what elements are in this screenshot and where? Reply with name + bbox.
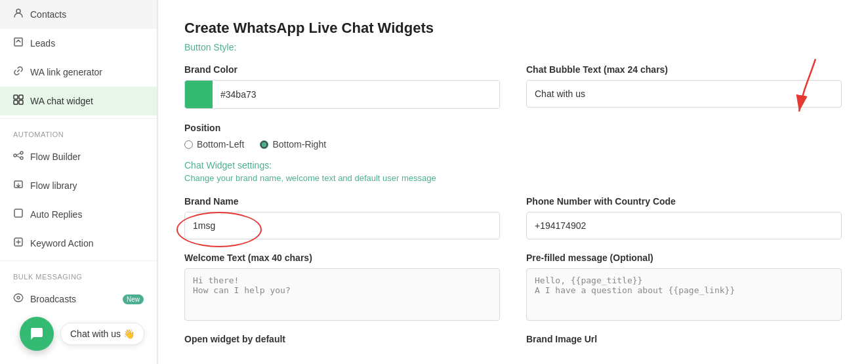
page-title: Create WhatsApp Live Chat Widgets	[184, 20, 842, 37]
brand-color-label: Brand Color	[184, 64, 500, 75]
sidebar-item-auto-replies[interactable]: Auto Replies	[0, 200, 157, 229]
chat-bubble-text-input[interactable]	[526, 80, 842, 108]
flow-builder-icon	[13, 150, 24, 163]
chat-bubble-text: Chat with us 👋	[70, 329, 134, 339]
keyword-action-icon	[13, 237, 24, 250]
prefilled-group: Pre-filled message (Optional) Hello, {{p…	[526, 253, 842, 321]
svg-rect-3	[19, 95, 23, 99]
contacts-icon	[13, 8, 24, 21]
sidebar-item-leads[interactable]: Leads	[0, 29, 157, 58]
svg-point-0	[16, 9, 20, 13]
svg-rect-10	[14, 209, 22, 217]
chat-bubble-widget[interactable]: Chat with us 👋	[60, 323, 144, 345]
color-swatch[interactable]	[185, 81, 213, 108]
widget-icon	[13, 94, 24, 108]
sidebar-item-keyword-action-label: Keyword Action	[30, 238, 94, 249]
brand-image-label: Brand Image Url	[526, 334, 842, 344]
prefilled-input[interactable]: Hello, {{page_title}} A I have a questio…	[526, 268, 842, 321]
flow-library-icon	[13, 179, 24, 192]
chat-widget: Chat with us 👋	[20, 317, 144, 351]
sidebar-item-auto-replies-label: Auto Replies	[30, 209, 82, 220]
radio-bottom-left[interactable]: Bottom-Left	[184, 139, 244, 150]
sidebar-item-contacts[interactable]: Contacts	[0, 0, 157, 29]
sidebar-item-leads-label: Leads	[30, 38, 55, 49]
svg-rect-2	[14, 95, 18, 99]
sidebar-item-flow-builder[interactable]: Flow Builder	[0, 142, 157, 171]
brand-name-input[interactable]	[184, 212, 500, 239]
row-brand-name: Brand Name Phone Number with Country Cod…	[184, 196, 842, 239]
prefilled-label: Pre-filled message (Optional)	[526, 253, 842, 263]
brand-color-input-wrapper[interactable]	[184, 80, 500, 109]
automation-section-label: AUTOMATION	[0, 121, 157, 142]
sidebar-item-keyword-action[interactable]: Keyword Action	[0, 229, 157, 258]
sidebar-item-wa-link[interactable]: WA link generator	[0, 58, 157, 87]
brand-color-text-input[interactable]	[213, 81, 499, 108]
radio-bottom-right-input[interactable]	[260, 140, 268, 149]
sidebar-item-broadcasts[interactable]: Broadcasts New	[0, 285, 157, 313]
row-welcome: Welcome Text (max 40 chars) Hi there! Ho…	[184, 253, 842, 321]
welcome-text-group: Welcome Text (max 40 chars) Hi there! Ho…	[184, 253, 500, 321]
widget-settings-sub: Change your brand name, welcome text and…	[184, 173, 842, 183]
button-style-label: Button Style:	[184, 42, 842, 52]
bulk-section-label: BULK MESSAGING	[0, 264, 157, 285]
svg-rect-5	[19, 100, 23, 104]
sidebar-item-flow-library[interactable]: Flow library	[0, 171, 157, 200]
phone-input[interactable]	[526, 212, 842, 239]
open-widget-group: Open widget by default	[184, 334, 500, 344]
radio-group: Bottom-Left Bottom-Right	[184, 139, 842, 150]
brand-name-group: Brand Name	[184, 196, 500, 239]
chat-bubble-label: Chat Bubble Text (max 24 chars)	[526, 64, 842, 75]
brand-image-group: Brand Image Url	[526, 334, 842, 344]
arrow-annotation-1	[158, 0, 171, 118]
row-open-widget: Open widget by default Brand Image Url	[184, 334, 842, 344]
radio-bottom-left-label: Bottom-Left	[197, 139, 244, 150]
phone-label: Phone Number with Country Code	[526, 196, 842, 207]
svg-point-12	[17, 296, 20, 299]
divider-2	[0, 260, 157, 261]
link-icon	[13, 66, 24, 79]
welcome-text-label: Welcome Text (max 40 chars)	[184, 253, 500, 263]
svg-rect-4	[14, 100, 18, 104]
divider-1	[0, 118, 157, 119]
brand-name-label: Brand Name	[184, 196, 500, 207]
radio-bottom-left-input[interactable]	[184, 140, 193, 149]
row-brand-color: Brand Color Chat Bubble Text (max 24 cha…	[184, 64, 842, 109]
broadcasts-new-badge: New	[123, 294, 144, 304]
auto-replies-icon	[13, 208, 24, 221]
phone-group: Phone Number with Country Code	[526, 196, 842, 239]
position-label: Position	[184, 123, 220, 133]
radio-bottom-right[interactable]: Bottom-Right	[260, 139, 326, 150]
svg-point-6	[14, 154, 16, 157]
sidebar-item-wa-chat-widget[interactable]: WA chat widget	[0, 87, 157, 115]
svg-point-7	[20, 152, 23, 154]
sidebar: Contacts Leads WA link generator WA	[0, 0, 157, 364]
chat-bubble-group: Chat Bubble Text (max 24 chars)	[526, 64, 842, 109]
widget-settings-link[interactable]: Chat Widget settings:	[184, 160, 842, 171]
svg-rect-1	[14, 38, 22, 46]
sidebar-item-broadcasts-label: Broadcasts	[30, 294, 76, 304]
chat-widget-button[interactable]	[20, 317, 54, 351]
open-widget-label: Open widget by default	[184, 334, 500, 344]
sidebar-item-flow-library-label: Flow library	[30, 180, 77, 191]
sidebar-item-wa-link-label: WA link generator	[30, 67, 102, 77]
sidebar-item-wa-chat-widget-label: WA chat widget	[30, 96, 93, 106]
position-group: Position Bottom-Left Bottom-Right	[184, 122, 842, 150]
sidebar-item-flow-builder-label: Flow Builder	[30, 152, 81, 162]
svg-point-8	[20, 157, 23, 159]
main-content: Create WhatsApp Live Chat Widgets Button…	[158, 0, 868, 364]
sidebar-item-contacts-label: Contacts	[30, 9, 66, 20]
leads-icon	[13, 37, 24, 50]
radio-bottom-right-label: Bottom-Right	[272, 139, 326, 150]
brand-color-group: Brand Color	[184, 64, 500, 109]
welcome-text-input[interactable]: Hi there! How can I help you?	[184, 268, 500, 321]
broadcasts-icon	[13, 293, 24, 306]
